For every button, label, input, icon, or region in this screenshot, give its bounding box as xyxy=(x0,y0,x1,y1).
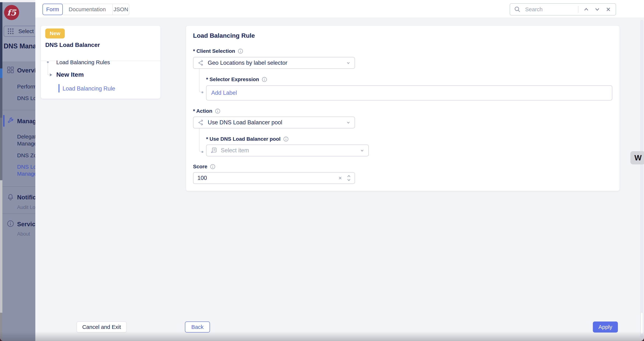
nesting-connector xyxy=(199,128,202,152)
tab-bar: Form Documentation JSON xyxy=(42,4,129,15)
sidebar: f5 Select s DNS Mana Overvi Perform DNS … xyxy=(2,2,35,341)
divider xyxy=(2,110,35,110)
f5-logo[interactable]: f5 xyxy=(4,5,19,20)
sidebar-item-about[interactable]: About xyxy=(17,231,30,237)
tab-group: Documentation JSON xyxy=(62,4,129,15)
selector-expression-input[interactable]: Add Label xyxy=(206,85,612,100)
branch-icon xyxy=(198,59,204,66)
nesting-dot xyxy=(202,151,203,153)
select-service-label: Select s xyxy=(18,28,35,34)
score-label: Score xyxy=(193,164,216,170)
action-select[interactable]: Use DNS Load Balancer pool xyxy=(193,117,355,128)
placeholder-text: Select item xyxy=(221,147,356,154)
info-icon xyxy=(7,220,14,227)
f5-logo-text: f5 xyxy=(7,8,16,17)
chevron-down-icon xyxy=(346,61,350,65)
divider xyxy=(578,6,578,13)
pool-select[interactable]: Select item xyxy=(206,145,369,156)
status-badge: New xyxy=(45,28,65,38)
sidebar-item-dns-lo[interactable]: DNS Lo xyxy=(17,95,35,102)
product-title: DNS Mana xyxy=(4,42,35,50)
sidebar-item-performance[interactable]: Perform xyxy=(17,83,35,90)
search-box[interactable]: Search xyxy=(510,3,616,15)
scrollbar-thumb[interactable] xyxy=(640,312,643,334)
step-down-icon[interactable] xyxy=(347,178,351,181)
sidebar-item-audit-logs[interactable]: Audit Lo xyxy=(17,204,35,211)
client-selection-label: * Client Selection xyxy=(193,48,243,54)
sidebar-item-dns-lb-management[interactable]: DNS Lo Manage xyxy=(17,163,35,177)
nesting-connector xyxy=(199,69,202,92)
cancel-and-exit-button[interactable]: Cancel and Exit xyxy=(76,322,126,333)
tree-connector xyxy=(48,63,48,75)
tree-item-new-item[interactable]: New Item xyxy=(56,71,84,78)
info-icon[interactable] xyxy=(262,77,267,82)
sidebar-item-line1: Delegat xyxy=(17,134,35,140)
score-input[interactable] xyxy=(197,175,334,182)
feedback-widget-button[interactable]: W xyxy=(630,151,644,164)
tree-item-load-balancing-rules[interactable]: Load Balancing Rules xyxy=(56,59,110,65)
selected-value: Use DNS Load Balancer pool xyxy=(208,119,343,126)
number-stepper[interactable] xyxy=(347,175,351,181)
grid-dots-icon xyxy=(7,27,14,35)
tree-title: DNS Load Balancer xyxy=(45,41,100,48)
divider xyxy=(2,186,35,187)
tree-item-load-balancing-rule[interactable]: Load Balancing Rule xyxy=(62,85,115,92)
scrollbar-track[interactable] xyxy=(640,20,644,338)
nesting-dot xyxy=(202,91,203,93)
selected-value: Geo Locations by label selector xyxy=(208,60,343,66)
sidebar-item-manage[interactable]: Manag xyxy=(17,118,35,125)
client-selection-select[interactable]: Geo Locations by label selector xyxy=(193,57,355,69)
info-icon[interactable] xyxy=(210,164,216,169)
sidebar-item-line1: DNS Lo xyxy=(17,164,35,170)
tree-connector xyxy=(48,75,50,75)
tree-expand-arrow xyxy=(50,73,52,76)
wrench-icon xyxy=(7,117,14,124)
tab-json[interactable]: JSON xyxy=(112,4,129,15)
branch-icon xyxy=(198,119,204,126)
tab-form[interactable]: Form xyxy=(42,4,63,15)
back-button[interactable]: Back xyxy=(185,322,210,333)
active-indicator xyxy=(3,115,4,127)
sidebar-item-service[interactable]: Servic xyxy=(17,221,35,228)
step-up-icon[interactable] xyxy=(347,175,351,178)
chevron-up-icon[interactable] xyxy=(583,6,590,13)
active-indicator xyxy=(58,84,60,92)
close-icon[interactable] xyxy=(605,6,612,13)
sidebar-item-delegated[interactable]: Delegat Manage xyxy=(17,133,35,147)
wizard-tree-card: New DNS Load Balancer Load Balancing Rul… xyxy=(41,26,160,99)
window-top-edge xyxy=(0,0,35,2)
form-card: Load Balancing Rule * Client Selection G… xyxy=(186,26,620,191)
sidebar-item-dns-zones[interactable]: DNS Zo xyxy=(17,152,35,159)
score-field xyxy=(193,172,355,184)
page-title: Load Balancing Rule xyxy=(193,32,255,39)
search-input[interactable]: Search xyxy=(525,6,574,12)
sidebar-item-line2: Manage xyxy=(17,171,35,177)
select-from-list-icon xyxy=(210,147,218,154)
chevron-down-icon[interactable] xyxy=(594,6,600,13)
grid-icon xyxy=(7,66,14,73)
sidebar-item-notifications[interactable]: Notific xyxy=(17,194,35,201)
add-label-placeholder[interactable]: Add Label xyxy=(211,90,237,96)
info-icon[interactable] xyxy=(215,108,220,114)
search-icon xyxy=(514,6,521,13)
form-panel: Form Documentation JSON Search xyxy=(35,0,644,341)
sidebar-item-overview[interactable]: Overvi xyxy=(17,67,35,74)
info-icon[interactable] xyxy=(283,136,289,142)
label-text: Score xyxy=(193,164,207,170)
label-text: * Client Selection xyxy=(193,48,235,54)
sidebar-item-line2: Manage xyxy=(17,140,35,147)
label-text: * Action xyxy=(193,108,212,114)
chevron-down-icon xyxy=(360,148,364,153)
bell-icon xyxy=(7,193,14,201)
pool-label: * Use DNS Load Balancer pool xyxy=(206,136,289,142)
clear-icon[interactable] xyxy=(338,175,343,181)
apply-button[interactable]: Apply xyxy=(593,322,618,333)
tab-documentation[interactable]: Documentation xyxy=(62,4,112,15)
select-service-button[interactable]: Select s xyxy=(4,26,35,37)
panel-header: Form Documentation JSON Search xyxy=(35,0,644,18)
panel-body: New DNS Load Balancer Load Balancing Rul… xyxy=(35,18,644,341)
label-text: * Use DNS Load Balancer pool xyxy=(206,136,280,142)
tree-bullet xyxy=(47,61,49,63)
action-label: * Action xyxy=(193,108,220,114)
info-icon[interactable] xyxy=(238,48,243,54)
